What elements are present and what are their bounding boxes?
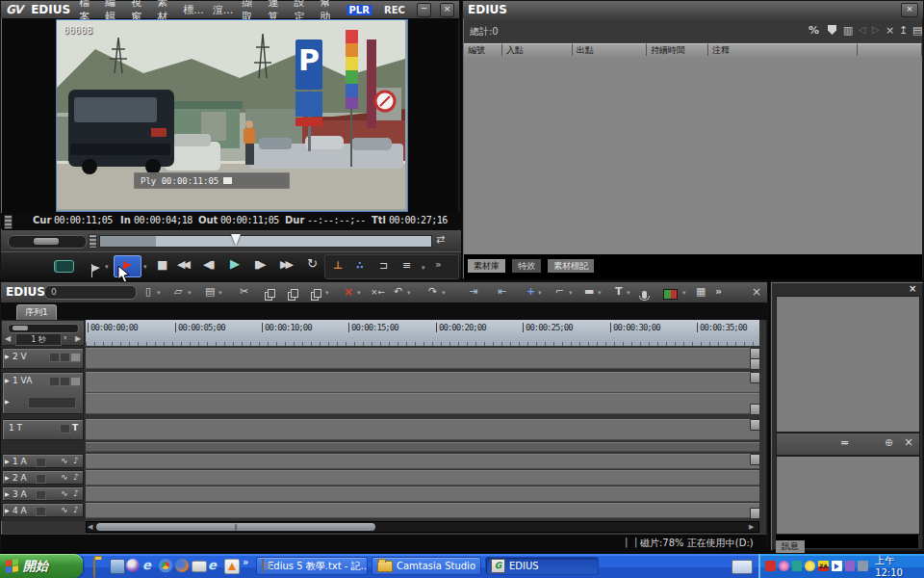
folder-icon[interactable] [93, 559, 107, 572]
jog-icon[interactable]: ⇄ [436, 233, 445, 246]
out-flag-dropdown-icon[interactable]: ▾ [143, 258, 147, 276]
palette-lower-pane[interactable] [776, 456, 920, 535]
lane-1a[interactable] [86, 454, 759, 469]
speaker-icon[interactable]: ♪ [73, 505, 79, 514]
expander-icon[interactable]: ▶ [5, 458, 10, 464]
speaker-icon[interactable]: ♪ [73, 488, 79, 498]
fast-forward-button[interactable]: ▶▶ [280, 256, 291, 274]
mixer-icon[interactable]: ▦ [696, 282, 706, 302]
waveform-icon[interactable]: ∿ [61, 472, 68, 482]
patch-icon[interactable] [70, 353, 81, 362]
undo-dropdown-icon[interactable]: ▾ [407, 283, 411, 302]
task-edius[interactable]: G EDIUS [485, 557, 599, 575]
lock-icon[interactable] [36, 507, 46, 516]
export-dropdown-icon[interactable]: ▾ [682, 283, 686, 302]
mail-icon[interactable] [192, 561, 207, 572]
firefox-icon[interactable] [175, 559, 189, 572]
ie-icon[interactable]: e [142, 558, 156, 571]
new-sequence-icon[interactable]: ▯ [145, 282, 151, 302]
paste-dropdown-icon[interactable]: ▾ [325, 283, 329, 302]
save-project-icon[interactable]: ▤ [205, 282, 215, 302]
out-timecode[interactable]: 00:00:11;05 [220, 215, 279, 225]
expander-icon[interactable]: ▶ [5, 353, 10, 359]
media-player-icon[interactable] [126, 559, 140, 572]
language-bar-icon[interactable] [732, 560, 753, 574]
quicklaunch-more-icon[interactable]: » [243, 557, 248, 567]
lane-1t[interactable] [86, 419, 759, 440]
lock-icon[interactable] [49, 377, 60, 386]
loop-button[interactable]: ↻ [307, 255, 318, 273]
tray-icon-teal[interactable] [792, 561, 803, 571]
track-header-1t[interactable]: 1 T T [2, 419, 84, 440]
insert-to-timeline-icon[interactable]: ⊥ [333, 257, 343, 275]
tray-icon-magenta[interactable] [779, 561, 789, 571]
prev-page-icon[interactable]: ◁ [859, 24, 866, 35]
track-header-3a[interactable]: ▶ 3 A ∿ ♪ [2, 486, 84, 501]
ie2-icon[interactable]: e [208, 558, 221, 571]
scroll-left-icon[interactable]: ◀ [88, 523, 92, 531]
title-tool-icon[interactable]: T [615, 282, 623, 302]
lane-3a[interactable] [86, 486, 759, 502]
lane-1va-video[interactable] [86, 372, 759, 393]
document-icon[interactable] [110, 559, 125, 574]
zoom-slider-handle[interactable] [13, 326, 28, 330]
track-header-4a[interactable]: ▶ 4 A ∿ ♪ [2, 503, 84, 517]
lane-scroll-button[interactable] [750, 358, 760, 370]
zoom-dropdown-icon[interactable]: ▾ [64, 334, 67, 342]
filter-icon[interactable] [828, 25, 836, 35]
tab-marker-list[interactable]: 素材庫 [468, 259, 505, 273]
scroll-right-icon[interactable]: ▶ [749, 523, 754, 531]
lane-1va-audio[interactable] [86, 393, 759, 414]
playhead-handle[interactable] [231, 234, 241, 246]
lock-icon[interactable] [49, 353, 60, 362]
delete-icon[interactable]: × [344, 282, 353, 302]
track-lane-area[interactable] [86, 346, 759, 521]
audio-sub-controls[interactable] [28, 397, 76, 408]
lock-icon[interactable] [60, 424, 70, 434]
bin-close-button[interactable]: × [901, 3, 918, 17]
redo-icon[interactable]: ↷ [428, 282, 437, 302]
timeline-zoom-slider[interactable] [8, 324, 79, 333]
tray-icon-gray[interactable] [858, 561, 868, 571]
column-duration[interactable]: 持續時間 [647, 43, 708, 56]
timeline-hscrollbar[interactable]: ◀ ‖ ▶ [86, 521, 759, 533]
trim-mode-icon[interactable]: ⌐ [555, 282, 564, 302]
tray-player-icon[interactable] [832, 561, 842, 571]
track-header-1va[interactable]: ▶ 1 VA ▶ [2, 372, 84, 414]
close-button[interactable]: × [440, 3, 454, 17]
visibility-icon[interactable] [60, 377, 70, 386]
waveform-icon[interactable]: ∿ [61, 488, 68, 498]
vlc-icon[interactable] [224, 559, 240, 574]
rec-mode-button[interactable]: REC [381, 5, 408, 15]
timeline-close-icon[interactable]: × [752, 282, 761, 302]
overwrite-to-timeline-icon[interactable]: ∴ [356, 257, 364, 275]
new-dropdown-icon[interactable]: ▾ [157, 283, 161, 302]
sub-expander-icon[interactable]: ▶ [5, 398, 10, 405]
tab-message[interactable]: 訊息 [776, 540, 805, 553]
pane-close-icon[interactable]: × [904, 435, 913, 449]
next-frame-button[interactable]: ▮▶ [254, 256, 265, 274]
expander-icon[interactable]: ▶ [5, 490, 10, 497]
export-list-icon[interactable]: ▤ [912, 24, 922, 37]
toolbar-more-icon[interactable]: » [715, 282, 722, 302]
in-flag-dropdown-icon[interactable]: ▾ [105, 258, 109, 276]
tab-clip-marks[interactable]: 素材標記 [548, 259, 594, 273]
palette-close-icon[interactable]: × [909, 283, 916, 294]
title-track-icon[interactable]: T [72, 423, 78, 433]
trim-dropdown-icon[interactable]: ▾ [569, 283, 573, 302]
sequence-name-field[interactable]: 0 [44, 285, 137, 300]
add-to-bin-icon[interactable]: ⊐ [379, 257, 388, 275]
tray-icon-purple[interactable] [845, 561, 856, 571]
set-out-flag-button[interactable] [114, 255, 141, 277]
lane-2a[interactable] [86, 470, 759, 486]
expander-icon[interactable]: ▶ [5, 507, 10, 513]
lane-scroll-button[interactable] [750, 419, 760, 431]
capture-icon[interactable] [54, 260, 74, 278]
lane-2v[interactable] [86, 348, 759, 369]
add-transition-icon[interactable]: + [526, 282, 535, 302]
zoom-scale-value[interactable]: 1 秒 [15, 333, 62, 346]
set-in-point-icon[interactable]: ⇥ [469, 282, 477, 302]
chrome-icon[interactable] [159, 559, 172, 572]
palette-divider-bar[interactable]: = ⊕ × [776, 433, 920, 456]
plr-mode-button[interactable]: PLR [346, 5, 372, 15]
